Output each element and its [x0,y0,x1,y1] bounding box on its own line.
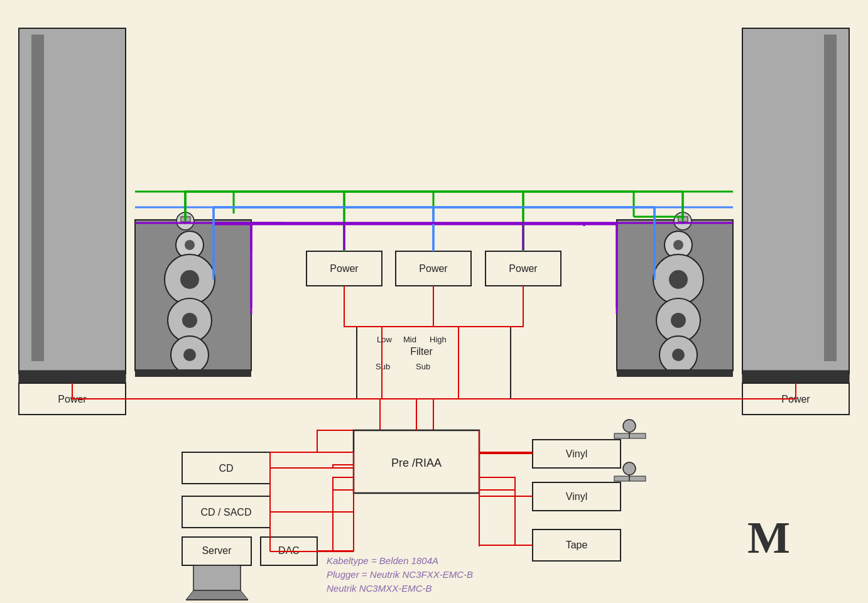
tape-label: Tape [566,540,588,550]
svg-point-22 [669,270,688,289]
svg-point-9 [180,270,199,289]
power-amp2-label: Power [419,263,448,274]
filter-label: Filter [410,346,433,357]
dac-label: DAC [278,545,300,556]
server-label: Server [202,545,232,556]
power-amp3-label: Power [509,263,538,274]
cable-info3: Neutrik NC3MXX-EMC-B [327,583,432,594]
svg-point-7 [185,240,195,250]
cd-sacd-label: CD / SACD [201,507,252,518]
power-amp1-label: Power [330,263,359,274]
svg-point-11 [182,313,197,328]
svg-point-24 [671,313,686,328]
svg-rect-3 [19,371,126,383]
svg-rect-58 [614,476,646,481]
diagram-svg: Power Power Power Pow [0,0,868,603]
pre-riaa-label: Pre /RIAA [391,457,442,469]
svg-rect-27 [617,369,733,377]
filter-sub2-label: Sub [416,362,430,371]
svg-rect-49 [193,565,241,590]
filter-high-label: High [430,335,447,344]
svg-rect-2 [31,35,44,361]
svg-point-20 [673,240,683,250]
svg-marker-50 [186,590,248,600]
cable-info1: Kabeltype = Belden 1804A [327,555,438,566]
cd-label: CD [219,463,233,474]
svg-rect-54 [614,433,646,438]
svg-rect-32 [824,35,837,361]
svg-rect-14 [135,369,251,377]
vinyl1-label: Vinyl [566,448,587,459]
filter-mid-label: Mid [403,335,416,344]
svg-point-55 [623,420,636,432]
svg-point-13 [183,349,196,361]
svg-point-59 [623,462,636,475]
filter-low-label: Low [377,335,392,344]
svg-point-26 [672,349,685,361]
vinyl2-label: Vinyl [566,491,587,502]
filter-sub1-label: Sub [376,362,390,371]
logo: M [747,513,790,563]
cable-info2: Plugger = Neutrik NC3FXX-EMC-B [327,569,473,580]
svg-rect-33 [742,371,849,383]
